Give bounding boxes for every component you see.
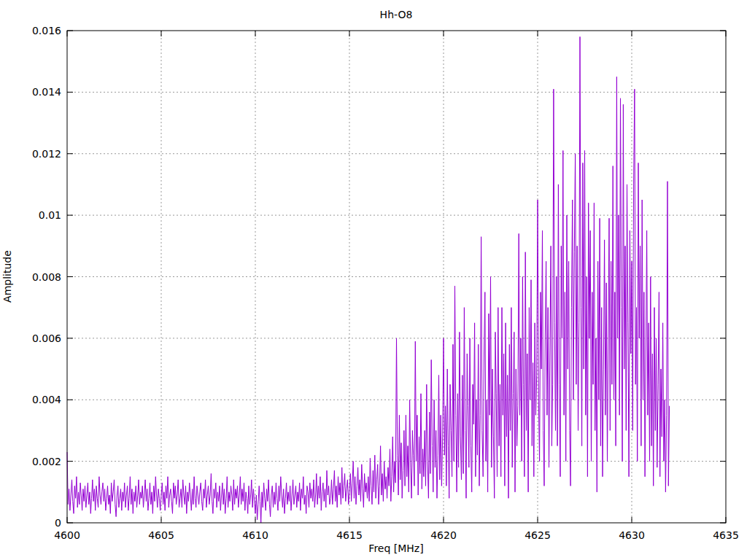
y-tick-label: 0 xyxy=(55,517,61,529)
trace-layer xyxy=(67,36,670,523)
gnuplot-window: 4600460546104615462046254630463500.0020.… xyxy=(0,0,747,560)
x-tick-label: 4625 xyxy=(525,529,551,541)
y-tick-label: 0.01 xyxy=(39,209,61,221)
x-axis-label: Freq [MHz] xyxy=(368,542,423,554)
x-tick-label: 4615 xyxy=(336,529,363,541)
y-axis-label: Amplitude xyxy=(1,250,13,303)
chart-title: Hh-O8 xyxy=(380,9,413,20)
x-tick-label: 4635 xyxy=(713,529,739,541)
y-tick-label: 0.014 xyxy=(32,86,61,98)
y-tick-label: 0.004 xyxy=(32,394,61,405)
y-tick-label: 0.008 xyxy=(32,271,61,283)
y-tick-label: 0.006 xyxy=(32,332,61,344)
x-tick-label: 4605 xyxy=(148,529,174,541)
grid-lines xyxy=(67,31,726,523)
y-tick-label: 0.016 xyxy=(32,25,61,36)
y-tick-label: 0.012 xyxy=(32,148,61,160)
y-tick-label: 0.002 xyxy=(32,456,61,467)
x-tick-label: 4630 xyxy=(619,529,645,541)
x-tick-label: 4620 xyxy=(430,529,457,541)
spectrum-trace xyxy=(67,36,670,523)
spectrum-plot: 4600460546104615462046254630463500.0020.… xyxy=(0,0,747,560)
x-tick-label: 4610 xyxy=(242,529,268,541)
tick-labels: 4600460546104615462046254630463500.0020.… xyxy=(32,25,739,541)
x-tick-label: 4600 xyxy=(54,529,80,541)
